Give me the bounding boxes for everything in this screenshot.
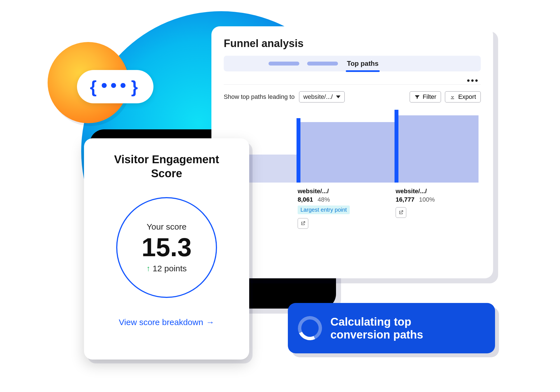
funnel-controls: Show top paths leading to website/.../ F… <box>224 91 481 102</box>
tab-top-paths[interactable]: Top paths <box>346 56 380 71</box>
stage-count: 8,061 <box>298 196 313 203</box>
funnel-analysis-card: Funnel analysis Top paths ••• Show top p… <box>211 26 493 278</box>
chevron-down-icon <box>336 95 340 98</box>
view-breakdown-link[interactable]: View score breakdown → <box>119 318 214 327</box>
score-label: Your score <box>147 222 186 232</box>
external-link-icon <box>300 221 306 226</box>
tab-placeholder[interactable] <box>307 62 338 66</box>
arrow-up-icon: ↑ <box>146 264 150 273</box>
stage-path: website/.../ <box>298 188 395 195</box>
stage-path: website/.../ <box>396 188 479 195</box>
score-delta: ↑ 12 points <box>146 264 187 273</box>
more-menu-icon[interactable]: ••• <box>467 76 479 85</box>
tab-placeholder[interactable] <box>269 62 299 66</box>
filter-icon <box>414 94 420 100</box>
export-button[interactable]: Export <box>445 91 481 102</box>
score-ring: Your score 15.3 ↑ 12 points <box>116 197 217 298</box>
brace-close-icon: } <box>131 77 141 97</box>
brace-open-icon: { <box>90 77 99 97</box>
arrow-right-icon: → <box>206 318 214 327</box>
funnel-chart: rs website/.../ 8,061 48% Largest entry … <box>224 110 481 250</box>
filter-button[interactable]: Filter <box>410 91 441 102</box>
code-braces-bubble: { ••• } <box>77 70 153 103</box>
stage-percent: 48% <box>318 196 330 203</box>
download-icon <box>450 94 455 100</box>
open-external-button[interactable] <box>298 218 308 229</box>
external-link-icon <box>398 210 404 215</box>
funnel-title: Funnel analysis <box>224 38 481 50</box>
calculating-text: Calculating top conversion paths <box>330 315 423 341</box>
score-value: 15.3 <box>141 233 192 262</box>
funnel-stage: website/.../ 8,061 48% Largest entry poi… <box>297 110 395 250</box>
open-external-button[interactable] <box>396 207 406 218</box>
divider <box>224 84 481 85</box>
largest-entry-tag: Largest entry point <box>298 206 350 214</box>
stage-count: 16,777 <box>396 196 414 203</box>
engagement-score-card: Visitor Engagement Score Your score 15.3… <box>84 138 249 360</box>
spinner-icon <box>295 313 325 344</box>
score-title: Visitor Engagement Score <box>95 152 238 180</box>
path-dropdown[interactable]: website/.../ <box>299 91 345 102</box>
funnel-stage: website/.../ 16,777 100% <box>395 110 479 250</box>
stage-percent: 100% <box>419 196 435 203</box>
export-label: Export <box>458 93 476 101</box>
lead-label: Show top paths leading to <box>224 93 295 101</box>
ellipsis-icon: ••• <box>101 75 129 95</box>
funnel-tabbar: Top paths <box>224 56 481 71</box>
dropdown-value: website/.../ <box>303 93 333 101</box>
filter-label: Filter <box>423 93 437 101</box>
calculating-banner: Calculating top conversion paths <box>288 303 495 353</box>
